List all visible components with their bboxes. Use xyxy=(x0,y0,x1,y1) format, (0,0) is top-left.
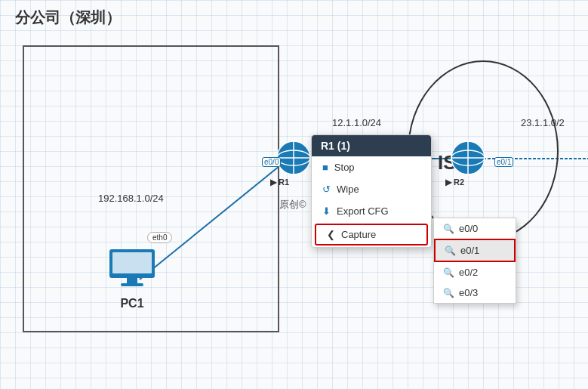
branch-label: 分公司（深圳） xyxy=(15,8,121,28)
r2-router-icon[interactable] xyxy=(450,140,486,176)
interface-submenu: 🔍 e0/0 🔍 e0/1 🔍 e0/2 🔍 e0/3 xyxy=(433,218,516,304)
pc1-icon xyxy=(106,249,159,291)
chevron-left-icon: ❮ xyxy=(327,229,335,240)
svg-rect-13 xyxy=(127,278,137,284)
r1-label: ▶ R1 xyxy=(270,178,289,187)
search-icon-e02: 🔍 xyxy=(443,267,454,278)
original-label: 原创© xyxy=(279,198,306,211)
iface-e0-0[interactable]: 🔍 e0/0 xyxy=(434,218,516,239)
menu-wipe[interactable]: ↺ Wipe xyxy=(312,178,431,200)
context-menu: R1 (1) ■ Stop ↺ Wipe ⬇ Export CFG ❮ Capt… xyxy=(311,134,432,248)
iface-e0-3[interactable]: 🔍 e0/3 xyxy=(434,282,516,303)
r1-router-icon[interactable] xyxy=(276,140,312,176)
svg-rect-14 xyxy=(121,283,143,286)
branch-subnet-label: 192.168.1.0/24 xyxy=(98,193,164,204)
network-canvas: 分公司（深圳） 192.168.1.0/24 ISP 12.1.1.0/24 2… xyxy=(0,0,588,389)
pc1-wrap[interactable]: PC1 xyxy=(106,249,159,310)
context-menu-title: R1 (1) xyxy=(312,135,431,156)
search-icon-e03: 🔍 xyxy=(443,288,454,298)
pc1-label: PC1 xyxy=(106,297,159,310)
svg-rect-12 xyxy=(112,252,152,273)
search-icon-e01: 🔍 xyxy=(445,245,456,256)
search-icon-e00: 🔍 xyxy=(443,224,454,234)
menu-stop[interactable]: ■ Stop xyxy=(312,156,431,178)
export-icon: ⬇ xyxy=(322,205,331,217)
menu-capture[interactable]: ❮ Capture xyxy=(315,224,428,245)
subnet2-label: 23.1.1.0/2 xyxy=(521,117,565,128)
wipe-icon: ↺ xyxy=(322,184,331,195)
stop-icon: ■ xyxy=(322,162,328,173)
iface-e0-1[interactable]: 🔍 e0/1 xyxy=(434,239,516,262)
subnet1-label: 12.1.1.0/24 xyxy=(332,117,381,128)
r1-left-iface-label: e0/0 xyxy=(262,157,281,167)
iface-e0-2[interactable]: 🔍 e0/2 xyxy=(434,262,516,282)
r2-label: ▶ R2 xyxy=(445,178,464,187)
eth0-badge: eth0 xyxy=(147,232,172,243)
r2-right-iface-label: e0/1 xyxy=(494,157,513,167)
menu-export-cfg[interactable]: ⬇ Export CFG xyxy=(312,200,431,222)
